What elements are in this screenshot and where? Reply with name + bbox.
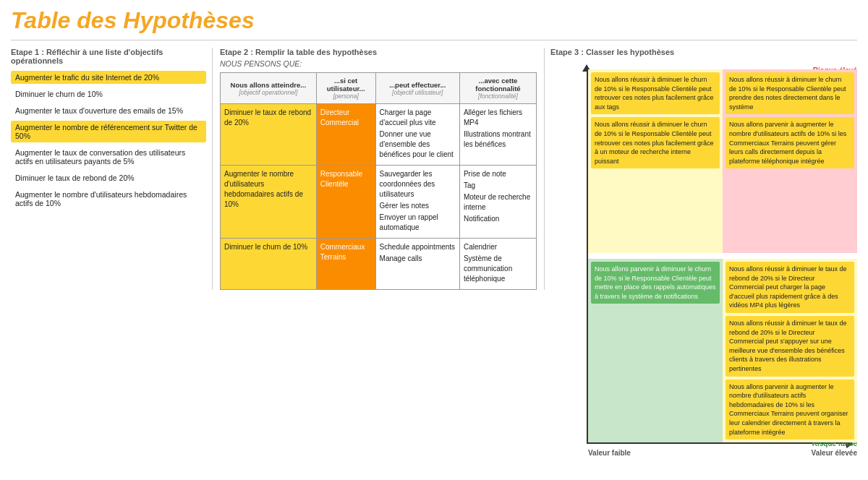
etape1-title: Etape 1 : Réfléchir à une liste d'object… <box>11 48 206 65</box>
etape1-item: Diminuer le churn de 10% <box>11 87 206 100</box>
table-row: Augmenter le nombre d'utilisateurs hebdo… <box>221 166 537 239</box>
page: Table des Hypothèses Etape 1 : Réfléchir… <box>0 0 868 480</box>
quadrant-bottom-right: Nous allons réussir à diminuer le taux d… <box>723 259 857 442</box>
table-header: ...si cet utilisateur...[persona] <box>316 73 375 104</box>
col1-etape1: Etape 1 : Réfléchir à une liste d'object… <box>11 48 206 213</box>
etape3-title: Etape 3 : Classer les hypothèses <box>550 48 857 56</box>
table-cell-feature: CalendrierSystème de communication télép… <box>459 239 536 290</box>
table-cell-feature: Alléger les fichiers MP4Illustrations mo… <box>459 104 536 166</box>
etape1-item: Augmenter le nombre d'utilisateurs hebdo… <box>11 188 206 210</box>
table-header: ...peut effectuer...[objectif utilisateu… <box>375 73 459 104</box>
table-header: Nous allons atteindre...[objectif operat… <box>221 73 317 104</box>
quadrant-card: Nous allons réussir à diminuer le churn … <box>591 72 720 114</box>
col2-etape2: Etape 2 : Remplir la table des hypothèse… <box>212 48 545 290</box>
col3-etape3: Etape 3 : Classer les hypothèses Risque … <box>550 48 857 466</box>
quadrant-top-right: Nous allons réussir à diminuer le churn … <box>723 69 857 253</box>
table-cell-objective: Augmenter le nombre d'utilisateurs hebdo… <box>221 166 317 239</box>
table-body: Diminuer le taux de rebond de 20%Directe… <box>221 104 537 290</box>
etape1-item: Augmenter le taux de conversation des ut… <box>11 146 206 168</box>
quadrant-top-left: Nous allons réussir à diminuer le churn … <box>588 69 723 253</box>
nous-pensons: NOUS PENSONS QUE: <box>220 59 537 68</box>
hypothesis-table: Nous allons atteindre...[objectif operat… <box>220 72 537 290</box>
page-title: Table des Hypothèses <box>11 7 857 34</box>
table-cell-feature: Prise de noteTagMoteur de recherche inte… <box>459 166 536 239</box>
quadrant-card: Nous allons réussir à diminuer le churn … <box>591 117 720 168</box>
matrix-container: Risque élevé Risque faible Valeur faible… <box>550 61 857 466</box>
table-cell-action: Sauvegarder les coordonnées des utilisat… <box>375 166 459 239</box>
table-row: Diminuer le churn de 10%Commerciaux Terr… <box>221 239 537 290</box>
table-head: Nous allons atteindre...[objectif operat… <box>221 73 537 104</box>
table-cell-persona: Responsable Clientèle <box>316 166 375 239</box>
etape2-title: Etape 2 : Remplir la table des hypothèse… <box>220 48 537 56</box>
label-valeur-faible: Valeur faible <box>588 449 631 457</box>
quadrant-card: Nous allons réussir à diminuer le taux d… <box>726 316 854 377</box>
table-cell-objective: Diminuer le taux de rebond de 20% <box>221 104 317 166</box>
etape1-item: Augmenter le taux d'ouverture des emails… <box>11 104 206 117</box>
table-row: Diminuer le taux de rebond de 20%Directe… <box>221 104 537 166</box>
quadrant-card: Nous allons réussir à diminuer le churn … <box>726 72 854 114</box>
table-cell-persona: Directeur Commercial <box>316 104 375 166</box>
main-layout: Etape 1 : Réfléchir à une liste d'object… <box>11 48 857 466</box>
etape1-item: Augmenter le trafic du site Internet de … <box>11 71 206 84</box>
quadrant-bottom-left: Nous allons parvenir à diminuer le churn… <box>588 259 723 442</box>
divider <box>11 40 857 40</box>
quadrant-card: Nous allons parvenir à diminuer le churn… <box>591 262 720 304</box>
etape1-items: Augmenter le trafic du site Internet de … <box>11 71 206 213</box>
table-cell-objective: Diminuer le churn de 10% <box>221 239 317 290</box>
quadrant-card: Nous allons parvenir à augmenter le nomb… <box>726 117 854 168</box>
table-cell-action: Schedule appointmentsManage calls <box>375 239 459 290</box>
table-cell-persona: Commerciaux Terrains <box>316 239 375 290</box>
table-cell-action: Charger la page d'accueil plus viteDonne… <box>375 104 459 166</box>
quadrant-card: Nous allons parvenir à augmenter le nomb… <box>726 380 854 440</box>
axis-x <box>587 442 850 444</box>
etape1-item: Diminuer le taux de rebond de 20% <box>11 171 206 184</box>
label-valeur-elevee: Valeur élevée <box>812 449 857 457</box>
etape1-item: Augmenter le nombre de référencement sur… <box>11 121 206 142</box>
quadrant-card: Nous allons réussir à diminuer le taux d… <box>726 262 854 313</box>
table-header: ...avec cette fonctionnalité[fonctionnal… <box>459 73 536 104</box>
